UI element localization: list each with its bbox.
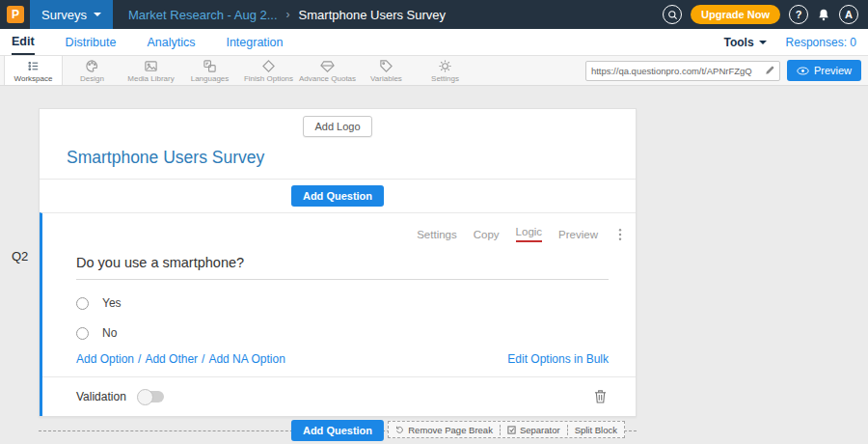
add-logo-button[interactable]: Add Logo: [303, 116, 371, 137]
question-more-menu[interactable]: [618, 228, 622, 241]
validation-row: Validation: [76, 377, 607, 416]
add-question-button-footer[interactable]: Add Question: [291, 420, 384, 441]
separator-checkbox-icon: [507, 426, 516, 434]
eye-icon: [797, 67, 809, 75]
toolbar-item-design[interactable]: Design: [63, 56, 122, 85]
tools-menu[interactable]: Tools: [724, 36, 767, 49]
kebab-menu-icon: [618, 228, 622, 241]
settings-icon: [438, 59, 452, 73]
edit-pencil-icon[interactable]: [765, 66, 774, 75]
upgrade-now-button[interactable]: Upgrade Now: [691, 5, 780, 24]
editor-toolbar: Workspace Design Media Library Languag: [0, 56, 868, 86]
trash-icon: [594, 389, 607, 403]
split-block-button[interactable]: Split Block: [567, 425, 624, 435]
advance-quotas-icon: [320, 59, 335, 73]
toolbar-item-label: Workspace: [14, 74, 53, 83]
toolbar-item-finish-options[interactable]: Finish Options: [239, 56, 298, 85]
radio-button[interactable]: [76, 297, 89, 310]
link-separator: /: [138, 352, 141, 366]
workspace-icon: [26, 59, 41, 73]
toolbar-right: Preview: [585, 56, 868, 85]
toolbar-item-variables[interactable]: Variables: [357, 56, 416, 85]
search-button[interactable]: [663, 5, 682, 24]
question-actions: Settings Copy Logic Preview: [42, 213, 636, 242]
add-logo-row: Add Logo: [40, 109, 636, 137]
survey-url-input[interactable]: [591, 66, 765, 76]
validation-label: Validation: [76, 390, 126, 403]
survey-title[interactable]: Smartphone Users Survey: [67, 148, 636, 168]
toolbar-item-label: Variables: [370, 74, 402, 83]
toolbar-item-label: Finish Options: [244, 74, 293, 83]
toolbar-item-label: Settings: [431, 74, 459, 83]
help-button[interactable]: ?: [789, 5, 808, 24]
tab-analytics[interactable]: Analytics: [147, 29, 195, 55]
topbar-actions: Upgrade Now ? A: [663, 5, 868, 24]
toolbar-item-advance-quotas[interactable]: Advance Quotas: [298, 56, 357, 85]
separator-button[interactable]: Separator: [500, 425, 567, 435]
toolbar-item-label: Design: [80, 74, 104, 83]
divider: [40, 179, 636, 180]
question-block: Settings Copy Logic Preview Do you use a…: [40, 212, 636, 416]
remove-page-break-button[interactable]: Remove Page Break: [389, 425, 500, 435]
tab-distribute[interactable]: Distribute: [66, 29, 117, 55]
questionpro-app: P Surveys Market Research - Aug 2... › S…: [0, 0, 868, 444]
answer-option-label[interactable]: No: [102, 326, 117, 340]
validation-toggle[interactable]: [138, 391, 164, 402]
add-question-button[interactable]: Add Question: [291, 185, 384, 207]
survey-card: Add Logo Smartphone Users Survey Add Que…: [39, 108, 637, 417]
radio-button[interactable]: [76, 327, 89, 340]
tools-label: Tools: [724, 36, 754, 49]
edit-options-bulk-link[interactable]: Edit Options in Bulk: [507, 352, 609, 366]
bell-icon: [817, 8, 830, 22]
survey-url-box: [585, 61, 780, 81]
user-avatar[interactable]: A: [839, 5, 858, 24]
tab-edit[interactable]: Edit: [12, 29, 35, 55]
responses-count[interactable]: Responses: 0: [786, 36, 856, 49]
question-logic-link[interactable]: Logic: [516, 226, 543, 242]
question-settings-link[interactable]: Settings: [417, 229, 457, 240]
nav-right: Tools Responses: 0: [724, 36, 857, 49]
variables-icon: [379, 59, 393, 73]
remove-page-break-icon: [395, 426, 404, 434]
breadcrumb: Market Research - Aug 2... › Smartphone …: [128, 8, 446, 22]
chip-label: Split Block: [575, 425, 617, 435]
breadcrumb-current: Smartphone Users Survey: [299, 8, 446, 22]
breadcrumb-parent[interactable]: Market Research - Aug 2...: [128, 8, 278, 22]
design-icon: [85, 59, 99, 73]
link-separator: /: [202, 352, 204, 366]
caret-down-icon: [94, 13, 101, 16]
chip-label: Separator: [520, 425, 560, 435]
toolbar-item-languages[interactable]: Languages: [180, 56, 239, 85]
survey-editor-main: Q2 Add Logo Smartphone Users Survey Add …: [0, 86, 868, 444]
notifications-button[interactable]: [817, 8, 830, 22]
answer-option-label[interactable]: Yes: [102, 296, 122, 310]
toolbar-item-media-library[interactable]: Media Library: [122, 56, 180, 85]
toolbar-item-settings[interactable]: Settings: [416, 56, 475, 85]
preview-button[interactable]: Preview: [787, 60, 861, 81]
add-question-row: Add Question: [40, 185, 636, 207]
toolbar-item-label: Advance Quotas: [299, 74, 356, 83]
page-footer-row: Add Question Remove Page Break Separator…: [39, 421, 637, 440]
surveys-menu-button[interactable]: Surveys: [30, 0, 113, 29]
page-tools-group: Remove Page Break Separator Split Block: [388, 421, 625, 438]
add-na-option-link[interactable]: Add NA Option: [208, 352, 285, 366]
search-icon: [667, 10, 678, 20]
questionpro-logo[interactable]: P: [7, 6, 24, 23]
add-option-link[interactable]: Add Option: [76, 352, 134, 366]
question-text-field[interactable]: Do you use a smartphone?: [76, 255, 609, 280]
delete-question-button[interactable]: [594, 389, 607, 403]
chip-label: Remove Page Break: [408, 425, 493, 435]
finish-options-icon: [261, 59, 276, 73]
media-library-icon: [144, 59, 158, 73]
languages-icon: [203, 59, 217, 73]
question-preview-link[interactable]: Preview: [558, 229, 598, 240]
tab-integration[interactable]: Integration: [226, 29, 283, 55]
add-other-link[interactable]: Add Other: [145, 352, 198, 366]
nav-bar: Edit Distribute Analytics Integration To…: [0, 29, 868, 56]
help-icon: ?: [796, 9, 802, 20]
toolbar-item-workspace[interactable]: Workspace: [4, 56, 63, 85]
question-copy-link[interactable]: Copy: [474, 229, 500, 240]
toolbar-item-label: Media Library: [127, 74, 174, 83]
question-number: Q2: [12, 249, 28, 264]
nav-tabs: Edit Distribute Analytics Integration: [12, 29, 284, 55]
